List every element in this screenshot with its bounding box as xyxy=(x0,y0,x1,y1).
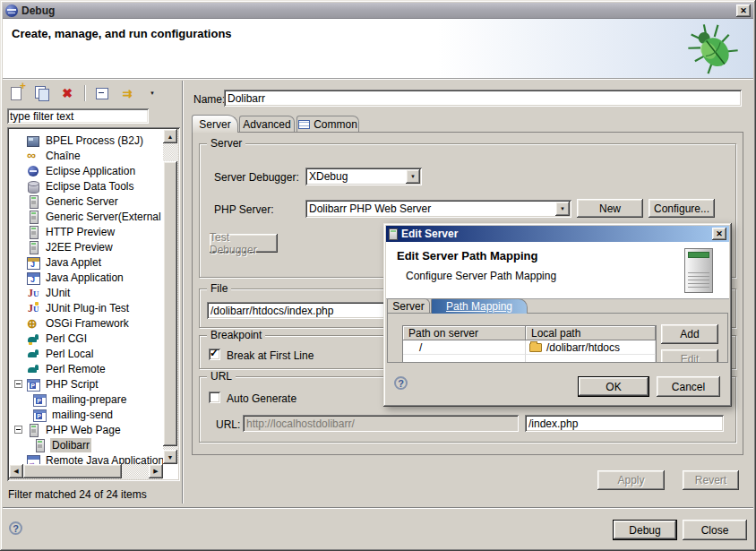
delete-configuration-icon[interactable]: ✖ xyxy=(57,83,77,103)
scroll-right-icon[interactable]: ▶ xyxy=(149,464,163,478)
filter-icon[interactable]: ⇉ xyxy=(117,83,137,103)
window-titlebar[interactable]: Debug ✕ xyxy=(3,3,753,19)
new-server-button[interactable]: New xyxy=(577,199,643,218)
scroll-left-icon[interactable]: ◀ xyxy=(9,464,23,478)
apply-button[interactable]: Apply xyxy=(597,470,665,490)
java-applet-icon xyxy=(26,255,40,270)
collapse-expander-icon[interactable] xyxy=(14,426,22,434)
name-label: Name: xyxy=(193,93,225,106)
new-configuration-icon[interactable] xyxy=(7,83,27,103)
edit-mapping-button[interactable]: Edit xyxy=(661,349,718,363)
dialog-button-bar: ? OK Cancel xyxy=(386,363,729,404)
breakpoint-group-title: Breakpoint xyxy=(207,329,265,341)
collapse-expander-icon[interactable] xyxy=(14,380,22,388)
panel-sash[interactable] xyxy=(182,81,184,504)
url-path-input[interactable] xyxy=(525,415,724,432)
dialog-tab-path-mapping[interactable]: Path Mapping xyxy=(431,298,528,314)
tree-item-mailing-send[interactable]: mailing-send xyxy=(9,407,163,422)
dialog-titlebar[interactable]: Edit Server ✕ xyxy=(386,226,729,242)
database-icon xyxy=(26,179,40,194)
tree-item-junit[interactable]: JUnit xyxy=(9,285,163,300)
column-local-path[interactable]: Local path xyxy=(526,326,656,340)
tree-item-perl-local[interactable]: Perl Local xyxy=(9,346,163,361)
php-web-server-icon xyxy=(26,423,40,437)
scroll-down-icon[interactable]: ▼ xyxy=(163,450,177,464)
tree-item-bpel-process[interactable]: BPEL Process (B2J) xyxy=(9,133,163,148)
combo-dropdown-icon[interactable]: ▼ xyxy=(406,169,420,184)
tree-item-j2ee-preview[interactable]: J2EE Preview xyxy=(9,239,163,254)
collapse-all-icon[interactable] xyxy=(92,83,112,103)
table-row-empty[interactable] xyxy=(403,355,656,363)
tree-item-java-application[interactable]: Java Application xyxy=(9,270,163,285)
tree-item-eclipse-application[interactable]: Eclipse Application xyxy=(9,163,163,178)
server-icon xyxy=(26,210,40,224)
folder-icon xyxy=(529,343,542,352)
horizontal-scroll-thumb[interactable] xyxy=(23,464,122,478)
header-banner: Create, manage, and run configurations xyxy=(3,19,753,79)
tree-item-perl-remote[interactable]: Perl Remote xyxy=(9,361,163,376)
osgi-target-icon xyxy=(26,316,40,331)
column-path-on-server[interactable]: Path on server xyxy=(403,326,526,340)
dialog-close-button[interactable]: ✕ xyxy=(712,228,726,240)
tree-item-mailing-prepare[interactable]: mailing-prepare xyxy=(9,392,163,407)
cancel-button[interactable]: Cancel xyxy=(657,376,720,397)
php-icon xyxy=(26,377,40,392)
tree-item-generic-server-external[interactable]: Generic Server(External La xyxy=(9,209,163,224)
debug-button[interactable]: Debug xyxy=(613,520,677,540)
tree-item-php-script[interactable]: PHP Script xyxy=(9,376,163,392)
dialog-help-icon[interactable]: ? xyxy=(394,376,408,390)
filter-status-text: Filter matched 24 of 24 items xyxy=(8,488,147,501)
tree-item-generic-server[interactable]: Generic Server xyxy=(9,194,163,209)
name-input[interactable] xyxy=(224,90,742,107)
php-server-combo[interactable]: Dolibarr PHP Web Server ▼ xyxy=(305,200,571,218)
break-first-line-label: Break at First Line xyxy=(227,349,314,362)
test-debugger-button[interactable]: Test Debugger xyxy=(210,234,278,253)
ok-button[interactable]: OK xyxy=(578,376,649,397)
window-close-button[interactable]: ✕ xyxy=(736,4,751,17)
close-button[interactable]: Close xyxy=(683,520,747,540)
tree-item-perl-cgi[interactable]: Perl CGI xyxy=(9,331,163,346)
toolbar-menu-arrow-icon[interactable]: ▼ xyxy=(142,83,162,103)
add-mapping-button[interactable]: Add xyxy=(661,324,718,344)
perl-camel-icon xyxy=(26,331,40,346)
server-debugger-combo[interactable]: XDebug ▼ xyxy=(305,168,422,185)
tree-item-java-applet[interactable]: Java Applet xyxy=(9,254,163,270)
tree-item-php-web-page[interactable]: PHP Web Page xyxy=(9,422,163,437)
break-first-line-checkbox[interactable] xyxy=(209,349,220,360)
revert-button[interactable]: Revert xyxy=(683,470,739,490)
junit-icon xyxy=(26,286,40,300)
window-title: Debug xyxy=(21,4,55,17)
tree-horizontal-scrollbar[interactable]: ◀ ▶ xyxy=(9,464,163,479)
tree-item-eclipse-data-tools[interactable]: Eclipse Data Tools xyxy=(9,178,163,194)
server-tower-icon xyxy=(684,248,713,293)
path-mapping-table: Path on server Local path / /dolibarr/ht… xyxy=(402,325,657,363)
debug-bug-icon xyxy=(683,21,743,76)
url-label: URL: xyxy=(216,418,240,431)
tree-item-remote-java-application[interactable]: Remote Java Application xyxy=(9,452,163,464)
combo-dropdown-icon[interactable]: ▼ xyxy=(555,202,570,216)
configure-server-button[interactable]: Configure... xyxy=(649,199,715,218)
php-icon xyxy=(32,392,47,407)
scroll-up-icon[interactable]: ▲ xyxy=(163,129,177,143)
auto-generate-checkbox[interactable] xyxy=(209,392,220,403)
auto-generate-label: Auto Generate xyxy=(227,392,296,405)
tab-server[interactable]: Server xyxy=(192,115,238,133)
server-icon xyxy=(26,240,40,254)
vertical-scroll-thumb[interactable] xyxy=(163,161,177,446)
tree-vertical-scrollbar[interactable]: ▲ ▼ xyxy=(163,129,178,464)
dialog-tab-server[interactable]: Server xyxy=(387,298,430,314)
configuration-tree: BPEL Process (B2J) Chaîne Eclipse Applic… xyxy=(7,127,180,481)
tree-item-chaine[interactable]: Chaîne xyxy=(9,148,163,163)
filter-input[interactable] xyxy=(7,108,149,124)
tree-item-osgi-framework[interactable]: OSGi Framework xyxy=(9,315,163,331)
help-icon[interactable]: ? xyxy=(9,521,22,535)
duplicate-configuration-icon[interactable] xyxy=(32,83,52,103)
tree-item-http-preview[interactable]: HTTP Preview xyxy=(9,224,163,239)
bpel-icon xyxy=(26,133,40,148)
tab-common[interactable]: Common xyxy=(296,116,359,133)
table-row[interactable]: / /dolibarr/htdocs xyxy=(403,340,656,355)
tree-item-junit-plugin-test[interactable]: JUnit Plug-in Test xyxy=(9,300,163,315)
tree-item-dolibarr[interactable]: Dolibarr xyxy=(9,437,163,452)
banner-title: Create, manage, and run configurations xyxy=(12,27,232,40)
tab-advanced[interactable]: Advanced xyxy=(239,116,295,133)
